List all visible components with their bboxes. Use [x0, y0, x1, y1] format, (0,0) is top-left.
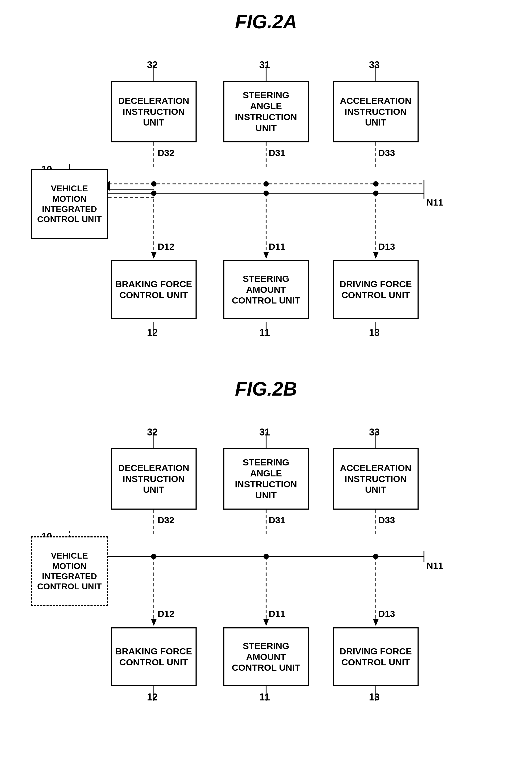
fig2a-title: FIG.2A [235, 11, 297, 33]
accel-instr-a: ACCELERATIONINSTRUCTIONUNIT [333, 81, 418, 142]
decel-instr-b: DECELERATIONINSTRUCTIONUNIT [111, 448, 196, 509]
ref-12-a: 12 [147, 327, 158, 338]
svg-point-16 [373, 181, 379, 187]
drive-ctrl-a: DRIVING FORCECONTROL UNIT [333, 260, 418, 319]
ref-33-a: 33 [369, 59, 380, 71]
brake-ctrl-b: BRAKING FORCECONTROL UNIT [111, 627, 196, 686]
steer-ctrl-b: STEERINGAMOUNTCONTROL UNIT [223, 627, 309, 686]
fig2a-diagram: 32 31 33 10 12 11 13 D32 D31 D33 D12 D11… [26, 49, 507, 357]
ref-13-b: 13 [369, 692, 380, 703]
svg-marker-43 [151, 619, 157, 626]
sig-d13-a: D13 [379, 241, 395, 252]
drive-ctrl-b: DRIVING FORCECONTROL UNIT [333, 627, 418, 686]
accel-instr-b: ACCELERATIONINSTRUCTIONUNIT [333, 448, 418, 509]
fig2b-diagram: 32 31 33 10 12 11 13 D32 D31 D33 D12 D11… [26, 416, 507, 724]
sig-d31-a: D31 [269, 148, 285, 158]
svg-marker-22 [373, 252, 379, 259]
svg-marker-20 [263, 252, 269, 259]
sig-d12-a: D12 [158, 241, 174, 252]
ref-32-a: 32 [147, 59, 158, 71]
sig-d13-b: D13 [379, 609, 395, 619]
svg-point-14 [151, 181, 157, 187]
vmicu-b: VEHICLE MOTIONINTEGRATEDCONTROL UNIT [31, 536, 108, 606]
decel-instr-a: DECELERATIONINSTRUCTIONUNIT [111, 81, 196, 142]
sig-d32-a: D32 [158, 148, 174, 158]
svg-marker-47 [373, 619, 379, 626]
page: FIG.2A [0, 0, 532, 756]
fig2b-title: FIG.2B [235, 378, 297, 400]
brake-ctrl-a: BRAKING FORCECONTROL UNIT [111, 260, 196, 319]
sig-d11-b: D11 [269, 609, 285, 619]
svg-marker-18 [151, 252, 157, 259]
ref-11-b: 11 [259, 692, 270, 703]
sig-n11-a: N11 [427, 197, 443, 208]
sig-d12-b: D12 [158, 609, 174, 619]
ref-31-b: 31 [259, 427, 270, 438]
svg-marker-45 [263, 619, 269, 626]
sig-n11-b: N11 [427, 561, 443, 571]
steer-ctrl-a: STEERINGAMOUNTCONTROL UNIT [223, 260, 309, 319]
ref-11-a: 11 [259, 327, 270, 338]
sig-d33-b: D33 [379, 515, 395, 525]
ref-13-a: 13 [369, 327, 380, 338]
steer-instr-a: STEERING ANGLEINSTRUCTIONUNIT [223, 81, 309, 142]
steer-instr-b: STEERING ANGLEINSTRUCTIONUNIT [223, 448, 309, 509]
sig-d31-b: D31 [269, 515, 285, 525]
ref-33-b: 33 [369, 427, 380, 438]
ref-31-a: 31 [259, 59, 270, 71]
vmicu-a: VEHICLE MOTIONINTEGRATEDCONTROL UNIT [31, 169, 108, 239]
ref-32-b: 32 [147, 427, 158, 438]
sig-d11-a: D11 [269, 241, 285, 252]
sig-d32-b: D32 [158, 515, 174, 525]
svg-point-15 [263, 181, 269, 187]
sig-d33-a: D33 [379, 148, 395, 158]
ref-12-b: 12 [147, 692, 158, 703]
